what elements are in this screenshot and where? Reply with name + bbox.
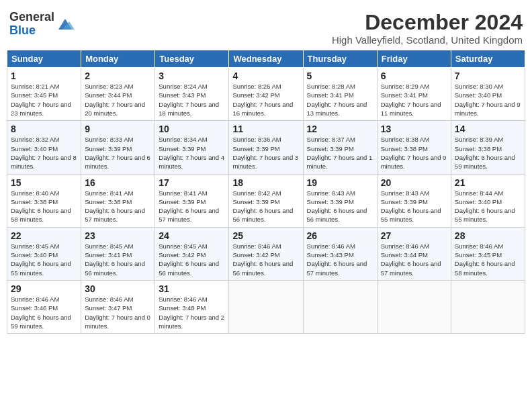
day-number: 17	[159, 177, 225, 188]
calendar-cell: 12Sunrise: 8:37 AM Sunset: 3:39 PM Dayli…	[303, 121, 377, 174]
day-info: Sunrise: 8:45 AM Sunset: 3:42 PM Dayligh…	[159, 242, 225, 277]
calendar-week-row: 29Sunrise: 8:46 AM Sunset: 3:46 PM Dayli…	[7, 280, 525, 333]
day-number: 24	[159, 230, 225, 241]
day-info: Sunrise: 8:38 AM Sunset: 3:38 PM Dayligh…	[381, 135, 447, 171]
day-info: Sunrise: 8:39 AM Sunset: 3:38 PM Dayligh…	[455, 135, 521, 171]
calendar-cell: 23Sunrise: 8:45 AM Sunset: 3:41 PM Dayli…	[81, 227, 155, 280]
day-info: Sunrise: 8:32 AM Sunset: 3:40 PM Dayligh…	[11, 135, 77, 171]
day-number: 4	[232, 71, 299, 81]
day-info: Sunrise: 8:44 AM Sunset: 3:40 PM Dayligh…	[455, 189, 521, 224]
calendar-cell: 9Sunrise: 8:33 AM Sunset: 3:39 PM Daylig…	[81, 121, 155, 174]
day-number: 8	[11, 124, 77, 134]
day-info: Sunrise: 8:23 AM Sunset: 3:44 PM Dayligh…	[85, 82, 151, 118]
day-info: Sunrise: 8:42 AM Sunset: 3:39 PM Dayligh…	[232, 189, 299, 224]
weekday-header-monday: Monday	[81, 50, 155, 68]
day-number: 5	[307, 71, 373, 81]
day-number: 10	[159, 124, 225, 134]
day-number: 20	[381, 177, 447, 188]
month-title: December 2024	[332, 11, 523, 34]
day-number: 9	[85, 124, 151, 134]
day-number: 11	[232, 124, 299, 134]
logo-icon	[56, 16, 75, 32]
day-number: 25	[232, 230, 299, 241]
day-number: 21	[455, 177, 521, 188]
day-number: 29	[11, 283, 77, 294]
calendar-cell: 16Sunrise: 8:41 AM Sunset: 3:38 PM Dayli…	[81, 174, 155, 227]
calendar-cell: 30Sunrise: 8:46 AM Sunset: 3:47 PM Dayli…	[81, 280, 155, 333]
weekday-header-saturday: Saturday	[451, 50, 525, 68]
day-number: 15	[11, 177, 77, 188]
calendar-cell	[229, 280, 303, 333]
day-info: Sunrise: 8:46 AM Sunset: 3:44 PM Dayligh…	[381, 242, 447, 277]
calendar-cell: 7Sunrise: 8:30 AM Sunset: 3:40 PM Daylig…	[451, 68, 525, 121]
day-number: 31	[159, 283, 225, 294]
location-subtitle: High Valleyfield, Scotland, United Kingd…	[332, 34, 523, 46]
calendar-cell: 2Sunrise: 8:23 AM Sunset: 3:44 PM Daylig…	[81, 68, 155, 121]
page-header: General Blue December 2024 High Valleyfi…	[7, 7, 525, 47]
weekday-header-thursday: Thursday	[303, 50, 377, 68]
day-info: Sunrise: 8:24 AM Sunset: 3:43 PM Dayligh…	[159, 82, 225, 118]
calendar-cell: 14Sunrise: 8:39 AM Sunset: 3:38 PM Dayli…	[451, 121, 525, 174]
day-info: Sunrise: 8:46 AM Sunset: 3:43 PM Dayligh…	[307, 242, 373, 277]
calendar-week-row: 1Sunrise: 8:21 AM Sunset: 3:45 PM Daylig…	[7, 68, 525, 121]
day-info: Sunrise: 8:34 AM Sunset: 3:39 PM Dayligh…	[159, 135, 225, 171]
day-info: Sunrise: 8:43 AM Sunset: 3:39 PM Dayligh…	[381, 189, 447, 224]
day-number: 14	[455, 124, 521, 134]
calendar-cell: 13Sunrise: 8:38 AM Sunset: 3:38 PM Dayli…	[377, 121, 451, 174]
weekday-header-wednesday: Wednesday	[229, 50, 303, 68]
calendar-week-row: 15Sunrise: 8:40 AM Sunset: 3:38 PM Dayli…	[7, 174, 525, 227]
day-info: Sunrise: 8:43 AM Sunset: 3:39 PM Dayligh…	[307, 189, 373, 224]
day-info: Sunrise: 8:46 AM Sunset: 3:46 PM Dayligh…	[11, 295, 77, 330]
day-info: Sunrise: 8:26 AM Sunset: 3:42 PM Dayligh…	[232, 82, 299, 118]
day-info: Sunrise: 8:29 AM Sunset: 3:41 PM Dayligh…	[381, 82, 447, 118]
calendar-cell	[451, 280, 525, 333]
weekday-header-friday: Friday	[377, 50, 451, 68]
day-number: 2	[85, 71, 151, 81]
logo: General Blue	[9, 11, 75, 38]
day-info: Sunrise: 8:46 AM Sunset: 3:45 PM Dayligh…	[455, 242, 521, 277]
calendar-cell: 26Sunrise: 8:46 AM Sunset: 3:43 PM Dayli…	[303, 227, 377, 280]
weekday-header-sunday: Sunday	[7, 50, 81, 68]
calendar-cell: 11Sunrise: 8:36 AM Sunset: 3:39 PM Dayli…	[229, 121, 303, 174]
day-info: Sunrise: 8:33 AM Sunset: 3:39 PM Dayligh…	[85, 135, 151, 171]
calendar-cell: 10Sunrise: 8:34 AM Sunset: 3:39 PM Dayli…	[155, 121, 229, 174]
calendar-cell: 8Sunrise: 8:32 AM Sunset: 3:40 PM Daylig…	[7, 121, 81, 174]
day-number: 18	[232, 177, 299, 188]
calendar-cell	[303, 280, 377, 333]
weekday-header-row: SundayMondayTuesdayWednesdayThursdayFrid…	[7, 50, 525, 68]
calendar-cell: 27Sunrise: 8:46 AM Sunset: 3:44 PM Dayli…	[377, 227, 451, 280]
calendar-cell	[377, 280, 451, 333]
calendar-cell: 29Sunrise: 8:46 AM Sunset: 3:46 PM Dayli…	[7, 280, 81, 333]
day-number: 3	[159, 71, 225, 81]
day-number: 22	[11, 230, 77, 241]
calendar-cell: 21Sunrise: 8:44 AM Sunset: 3:40 PM Dayli…	[451, 174, 525, 227]
calendar-cell: 6Sunrise: 8:29 AM Sunset: 3:41 PM Daylig…	[377, 68, 451, 121]
day-number: 23	[85, 230, 151, 241]
calendar-cell: 5Sunrise: 8:28 AM Sunset: 3:41 PM Daylig…	[303, 68, 377, 121]
day-info: Sunrise: 8:46 AM Sunset: 3:47 PM Dayligh…	[85, 295, 151, 330]
title-block: December 2024 High Valleyfield, Scotland…	[332, 11, 523, 46]
calendar-cell: 28Sunrise: 8:46 AM Sunset: 3:45 PM Dayli…	[451, 227, 525, 280]
weekday-header-tuesday: Tuesday	[155, 50, 229, 68]
day-number: 16	[85, 177, 151, 188]
day-number: 19	[307, 177, 373, 188]
calendar-cell: 4Sunrise: 8:26 AM Sunset: 3:42 PM Daylig…	[229, 68, 303, 121]
day-info: Sunrise: 8:46 AM Sunset: 3:48 PM Dayligh…	[159, 295, 225, 330]
calendar-table: SundayMondayTuesdayWednesdayThursdayFrid…	[7, 50, 525, 334]
calendar-cell: 18Sunrise: 8:42 AM Sunset: 3:39 PM Dayli…	[229, 174, 303, 227]
calendar-cell: 15Sunrise: 8:40 AM Sunset: 3:38 PM Dayli…	[7, 174, 81, 227]
day-info: Sunrise: 8:37 AM Sunset: 3:39 PM Dayligh…	[307, 135, 373, 171]
day-number: 13	[381, 124, 447, 134]
day-number: 1	[11, 71, 77, 81]
calendar-cell: 19Sunrise: 8:43 AM Sunset: 3:39 PM Dayli…	[303, 174, 377, 227]
calendar-cell: 1Sunrise: 8:21 AM Sunset: 3:45 PM Daylig…	[7, 68, 81, 121]
calendar-week-row: 8Sunrise: 8:32 AM Sunset: 3:40 PM Daylig…	[7, 121, 525, 174]
day-info: Sunrise: 8:21 AM Sunset: 3:45 PM Dayligh…	[11, 82, 77, 118]
calendar-cell: 31Sunrise: 8:46 AM Sunset: 3:48 PM Dayli…	[155, 280, 229, 333]
calendar-cell: 3Sunrise: 8:24 AM Sunset: 3:43 PM Daylig…	[155, 68, 229, 121]
day-number: 12	[307, 124, 373, 134]
calendar-cell: 24Sunrise: 8:45 AM Sunset: 3:42 PM Dayli…	[155, 227, 229, 280]
logo-blue-text: Blue	[9, 24, 36, 37]
calendar-week-row: 22Sunrise: 8:45 AM Sunset: 3:40 PM Dayli…	[7, 227, 525, 280]
day-info: Sunrise: 8:46 AM Sunset: 3:42 PM Dayligh…	[232, 242, 299, 277]
